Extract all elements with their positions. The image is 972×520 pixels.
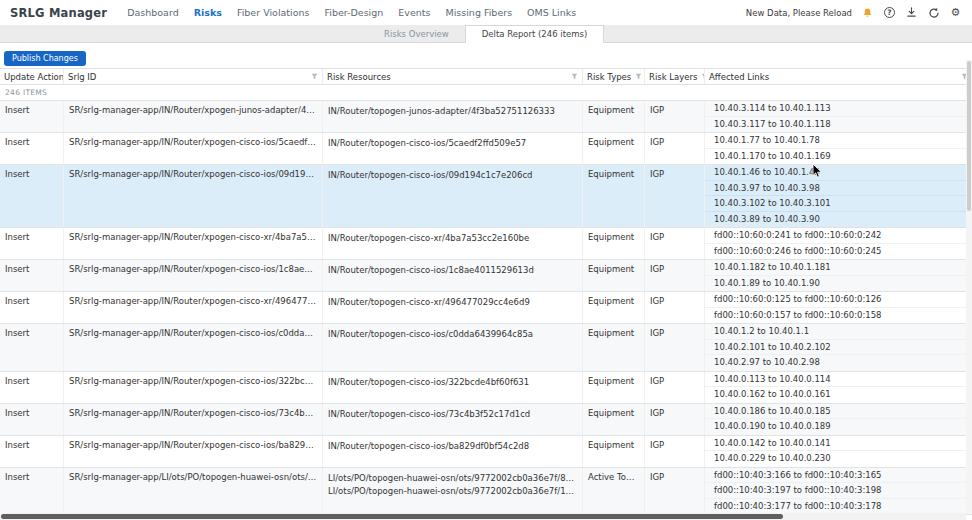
affected-link: 10.40.3.102 to 10.40.3.101 [705,196,972,212]
help-glyph: ? [884,7,895,18]
top-right-actions: New Data, Please Reload ? ⚙ [746,6,962,19]
column-label: Risk Resources [327,72,391,82]
vertical-scrollbar-thumb[interactable] [967,61,971,211]
column-label: Srlg ID [68,72,96,82]
cell-risk-layers: IGP [645,165,705,227]
nav-item-fiber-violations[interactable]: Fiber Violations [237,5,310,20]
cell-risk-resources: IN/Router/topogen-junos-adapter/4f3ba527… [323,101,583,132]
table-header: Update Action Srlg ID Risk Resources Ris… [0,68,972,85]
tab-delta-report[interactable]: Delta Report (246 items) [465,25,604,43]
table-row[interactable]: InsertSR/srlg-manager-app/IN/Router/xpog… [0,165,972,228]
cell-risk-resources: IN/Router/topogen-cisco-ios/ba829df0bf54… [323,436,583,467]
gear-icon[interactable]: ⚙ [949,6,962,19]
cell-risk-layers: IGP [645,292,705,323]
cell-affected-links: fd00::10:60:0:125 to fd00::10:60:0:126fd… [705,292,972,323]
filter-icon[interactable] [571,72,578,82]
top-bar: SRLG Manager Dashboard Risks Fiber Viola… [0,0,972,26]
risk-resource: IN/Router/topogen-cisco-ios/322bcde4bf60… [328,376,577,389]
risk-resource: IN/Router/topogen-cisco-ios/c0dda6439964… [328,328,577,341]
cell-affected-links: 10.40.3.114 to 10.40.1.11310.40.3.117 to… [705,101,972,132]
tab-strip: Risks Overview Delta Report (246 items) [0,26,972,43]
srlg-manager-app: SRLG Manager Dashboard Risks Fiber Viola… [0,0,972,520]
affected-link: 10.40.1.46 to 10.40.1.45 [705,165,972,181]
risk-resource: IN/Router/topogen-cisco-ios/09d194c1c7e2… [328,169,577,182]
cell-affected-links: fd00::10:60:0:241 to fd00::10:60:0:242fd… [705,228,972,259]
cell-affected-links: 10.40.0.113 to 10.40.0.11410.40.0.162 to… [705,372,972,403]
table-row[interactable]: InsertSR/srlg-manager-app/IN/Router/xpog… [0,228,972,260]
affected-link: 10.40.2.101 to 10.40.2.102 [705,340,972,356]
cell-risk-layers: IGP [645,404,705,435]
nav-item-events[interactable]: Events [398,5,430,20]
download-icon[interactable] [905,6,918,19]
cell-risk-layers: IGP [645,228,705,259]
cell-risk-types: Equipment [583,101,645,132]
vertical-scrollbar[interactable] [966,60,972,513]
cell-update-action: Insert [0,404,64,435]
horizontal-scrollbar[interactable] [0,513,966,520]
filter-icon[interactable] [635,72,642,82]
table-row[interactable]: InsertSR/srlg-manager-app/IN/Router/xpog… [0,436,972,468]
table-row[interactable]: InsertSR/srlg-manager-app/IN/Router/xpog… [0,404,972,436]
table-row[interactable]: InsertSR/srlg-manager-app/IN/Router/xpog… [0,260,972,292]
app-logo: SRLG Manager [10,6,107,20]
filter-icon[interactable] [311,72,318,82]
cell-srlg-id: SR/srlg-manager-app/IN/Router/xpogen-cis… [64,260,323,291]
cell-risk-resources: IN/Router/topogen-cisco-xr/4ba7a53cc2e16… [323,228,583,259]
risk-resource: LI/ots/PO/topogen-huawei-osn/ots/9772002… [328,485,577,498]
affected-link: 10.40.1.2 to 10.40.1.1 [705,324,972,340]
bell-icon[interactable] [861,6,874,19]
cell-affected-links: 10.40.1.77 to 10.40.1.7810.40.1.170 to 1… [705,133,972,164]
tab-risks-overview[interactable]: Risks Overview [368,26,465,42]
table-row[interactable]: InsertSR/srlg-manager-app/IN/Router/xpog… [0,133,972,165]
column-header-risk-layers[interactable]: Risk Layers [645,69,705,84]
affected-link: fd00::10:60:0:246 to fd00::10:60:0:245 [705,244,972,260]
column-label: Affected Links [709,72,769,82]
table-row[interactable]: InsertSR/srlg-manager-app/IN/Router/xpog… [0,372,972,404]
nav-item-missing-fibers[interactable]: Missing Fibers [446,5,513,20]
cell-risk-types: Equipment [583,372,645,403]
cell-affected-links: 10.40.1.2 to 10.40.1.110.40.2.101 to 10.… [705,324,972,371]
cell-update-action: Insert [0,292,64,323]
action-row: Publish Changes [0,43,972,68]
cell-update-action: Insert [0,436,64,467]
cell-affected-links: 10.40.0.142 to 10.40.0.14110.40.0.229 to… [705,436,972,467]
horizontal-scrollbar-thumb[interactable] [1,514,783,519]
items-count: 246 ITEMS [0,85,972,101]
cell-risk-layers: IGP [645,101,705,132]
cell-srlg-id: SR/srlg-manager-app/IN/Router/xpogen-cis… [64,228,323,259]
cell-risk-resources: IN/Router/topogen-cisco-ios/322bcde4bf60… [323,372,583,403]
affected-link: 10.40.1.182 to 10.40.1.181 [705,260,972,276]
cell-risk-types: Equipment [583,260,645,291]
risk-resource: IN/Router/topogen-cisco-ios/73c4b3f52c17… [328,408,577,421]
affected-link: 10.40.0.190 to 10.40.0.189 [705,419,972,435]
affected-link: 10.40.1.89 to 10.40.1.90 [705,276,972,292]
affected-link: fd00::10:60:0:241 to fd00::10:60:0:242 [705,228,972,244]
column-header-srlg-id[interactable]: Srlg ID [64,69,323,84]
table-row[interactable]: InsertSR/srlg-manager-app/IN/Router/xpog… [0,101,972,133]
nav-item-fiber-design[interactable]: Fiber-Design [325,5,384,20]
affected-link: 10.40.3.97 to 10.40.3.98 [705,181,972,197]
cell-update-action: Insert [0,228,64,259]
column-header-affected-links[interactable]: Affected Links [705,69,972,84]
refresh-icon[interactable] [927,6,940,19]
nav-item-oms-links[interactable]: OMS Links [527,5,576,20]
cell-risk-layers: IGP [645,133,705,164]
risk-resource: LI/ots/PO/topogen-huawei-osn/ots/9772002… [328,472,577,485]
affected-link: fd00::10:60:0:157 to fd00::10:60:0:158 [705,308,972,324]
cell-update-action: Insert [0,372,64,403]
column-header-risk-resources[interactable]: Risk Resources [323,69,583,84]
column-header-update-action[interactable]: Update Action [0,69,64,84]
table-row[interactable]: InsertSR/srlg-manager-app/IN/Router/xpog… [0,324,972,372]
column-header-risk-types[interactable]: Risk Types [583,69,645,84]
table-row[interactable]: InsertSR/srlg-manager-app/LI/ots/PO/topo… [0,468,972,516]
cell-risk-resources: IN/Router/topogen-cisco-ios/09d194c1c7e2… [323,165,583,227]
nav-item-risks[interactable]: Risks [194,5,222,20]
publish-changes-button[interactable]: Publish Changes [4,51,86,66]
cell-srlg-id: SR/srlg-manager-app/IN/Router/xpogen-cis… [64,436,323,467]
cell-risk-types: Equipment [583,436,645,467]
nav-item-dashboard[interactable]: Dashboard [127,5,179,20]
cell-srlg-id: SR/srlg-manager-app/IN/Router/xpogen-cis… [64,324,323,371]
cell-update-action: Insert [0,260,64,291]
help-icon[interactable]: ? [883,6,896,19]
table-row[interactable]: InsertSR/srlg-manager-app/IN/Router/xpog… [0,292,972,324]
